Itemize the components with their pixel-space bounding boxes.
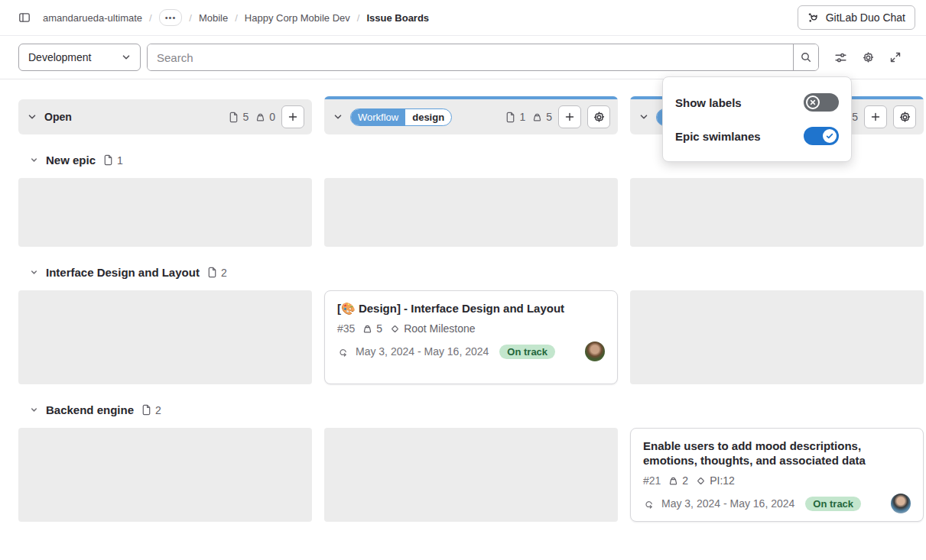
board-cell-empty bbox=[18, 178, 312, 247]
breadcrumb-group[interactable]: Mobile bbox=[199, 12, 228, 24]
panel-left-icon bbox=[18, 11, 31, 24]
swimlane-title: New epic bbox=[46, 154, 96, 167]
board-select[interactable]: Development bbox=[18, 44, 141, 71]
board-cell-empty bbox=[630, 290, 924, 384]
board-cell: Enable users to add mood descriptions, e… bbox=[630, 428, 924, 522]
issues-icon bbox=[102, 154, 114, 166]
board-cell-empty bbox=[630, 178, 924, 247]
iteration-icon bbox=[643, 498, 655, 510]
plus-icon bbox=[564, 111, 576, 123]
assignee-avatar[interactable] bbox=[891, 494, 911, 513]
plus-icon bbox=[869, 111, 882, 123]
swimlane-header: Interface Design and Layout 2 bbox=[18, 266, 924, 279]
board-toolbar bbox=[828, 45, 908, 70]
swimlane-title: Backend engine bbox=[46, 403, 134, 416]
swimlane-cells bbox=[18, 178, 924, 247]
swimlane-issue-count: 2 bbox=[141, 404, 161, 416]
sliders-icon bbox=[834, 51, 847, 64]
breadcrumb-separator: / bbox=[357, 12, 360, 24]
add-issue-button[interactable] bbox=[864, 105, 887, 128]
weight-icon bbox=[531, 112, 543, 123]
show-labels-label: Show labels bbox=[675, 96, 742, 109]
gear-icon bbox=[862, 51, 875, 64]
breadcrumb-project[interactable]: Happy Corp Mobile Dev bbox=[245, 12, 350, 24]
add-issue-button[interactable] bbox=[281, 105, 304, 128]
breadcrumb: amandarueda-ultimate / ••• / Mobile / Ha… bbox=[43, 9, 429, 26]
board-cell-empty bbox=[18, 428, 312, 522]
weight-icon bbox=[668, 475, 679, 487]
issue-milestone: Root Milestone bbox=[389, 322, 475, 335]
issues-icon bbox=[228, 112, 239, 123]
board-config-button[interactable] bbox=[856, 45, 880, 70]
breadcrumb-root[interactable]: amandarueda-ultimate bbox=[43, 12, 142, 24]
issue-id: #35 bbox=[337, 322, 355, 335]
board-settings-popover: Show labels Epic swimlanes bbox=[662, 76, 852, 162]
show-labels-row: Show labels bbox=[663, 86, 851, 119]
column-issue-count: 1 bbox=[505, 111, 525, 123]
breadcrumb-current: Issue Boards bbox=[366, 12, 429, 24]
fullscreen-button[interactable] bbox=[883, 45, 908, 70]
gear-icon bbox=[593, 111, 606, 124]
search-button[interactable] bbox=[793, 44, 818, 70]
collapse-swimlane-button[interactable] bbox=[29, 155, 39, 165]
collapse-column-button[interactable] bbox=[332, 111, 344, 123]
duo-chat-label: GitLab Duo Chat bbox=[826, 11, 905, 24]
assignee-avatar[interactable] bbox=[585, 342, 605, 361]
swimlane-issue-count: 2 bbox=[206, 267, 227, 279]
board-options-button[interactable] bbox=[828, 45, 853, 70]
milestone-icon bbox=[695, 475, 707, 487]
issue-title: Enable users to add mood descriptions, e… bbox=[643, 439, 911, 468]
list-settings-button[interactable] bbox=[587, 105, 610, 128]
collapse-swimlane-button[interactable] bbox=[29, 267, 39, 277]
list-settings-button[interactable] bbox=[893, 105, 916, 128]
sidebar-toggle-button[interactable] bbox=[12, 5, 37, 30]
issue-milestone: PI:12 bbox=[695, 474, 735, 487]
board-cell-empty bbox=[324, 178, 618, 247]
column-weight-count: 0 bbox=[255, 111, 275, 123]
issue-weight: 5 bbox=[362, 322, 382, 335]
epic-swimlanes-label: Epic swimlanes bbox=[675, 130, 761, 143]
plus-icon bbox=[287, 111, 299, 123]
collapse-column-button[interactable] bbox=[26, 111, 38, 123]
issue-meta-row: #35 5 Root Milestone bbox=[337, 322, 605, 335]
maximize-icon bbox=[889, 51, 902, 63]
weight-icon bbox=[362, 323, 373, 335]
issue-card-21[interactable]: Enable users to add mood descriptions, e… bbox=[630, 428, 924, 522]
show-labels-toggle[interactable] bbox=[804, 93, 839, 112]
issue-dates-row: May 3, 2024 - May 16, 2024 On track bbox=[337, 342, 605, 361]
issue-meta-row: #21 2 PI:12 bbox=[643, 474, 911, 487]
board-cell-empty bbox=[18, 290, 312, 384]
epic-swimlanes-toggle[interactable] bbox=[804, 127, 839, 145]
issue-date-range: May 3, 2024 - May 16, 2024 bbox=[356, 345, 489, 358]
board-select-value: Development bbox=[28, 51, 92, 63]
gear-icon bbox=[898, 111, 911, 124]
breadcrumb-separator: / bbox=[189, 12, 192, 24]
search-input[interactable] bbox=[148, 44, 793, 70]
label-scope: Workflow bbox=[351, 109, 405, 125]
gitlab-duo-chat-button[interactable]: GitLab Duo Chat bbox=[798, 5, 915, 30]
swimlane-cells: [🎨 Design] - Interface Design and Layout… bbox=[18, 290, 924, 384]
check-icon bbox=[825, 131, 834, 141]
search-group bbox=[147, 44, 819, 71]
swimlane-backend-engine: Backend engine 2 Enable users to add moo… bbox=[18, 403, 924, 522]
column-issue-count: 5 bbox=[228, 111, 249, 123]
breadcrumb-separator: / bbox=[149, 12, 152, 24]
add-issue-button[interactable] bbox=[558, 105, 581, 128]
weight-icon bbox=[255, 112, 266, 123]
issues-icon bbox=[505, 112, 516, 123]
scoped-label[interactable]: Workflow design bbox=[350, 108, 452, 126]
issue-date-range: May 3, 2024 - May 16, 2024 bbox=[661, 497, 794, 510]
epic-swimlanes-row: Epic swimlanes bbox=[663, 119, 851, 153]
label-value: design bbox=[405, 109, 451, 125]
swimlane-interface-design: Interface Design and Layout 2 [🎨 Design]… bbox=[18, 266, 924, 384]
board-filter-bar: Development bbox=[0, 36, 926, 79]
column-header-workflow-design: Workflow design 1 5 bbox=[324, 96, 618, 134]
board-cell: [🎨 Design] - Interface Design and Layout… bbox=[324, 290, 618, 384]
issues-icon bbox=[141, 404, 152, 416]
issue-board: Show labels Epic swimlanes Open 5 bbox=[0, 79, 926, 522]
collapse-swimlane-button[interactable] bbox=[29, 405, 39, 415]
collapse-column-button[interactable] bbox=[638, 111, 650, 123]
issue-card-35[interactable]: [🎨 Design] - Interface Design and Layout… bbox=[324, 290, 618, 384]
breadcrumb-separator: / bbox=[235, 12, 238, 24]
breadcrumb-ellipsis-button[interactable]: ••• bbox=[159, 9, 183, 26]
